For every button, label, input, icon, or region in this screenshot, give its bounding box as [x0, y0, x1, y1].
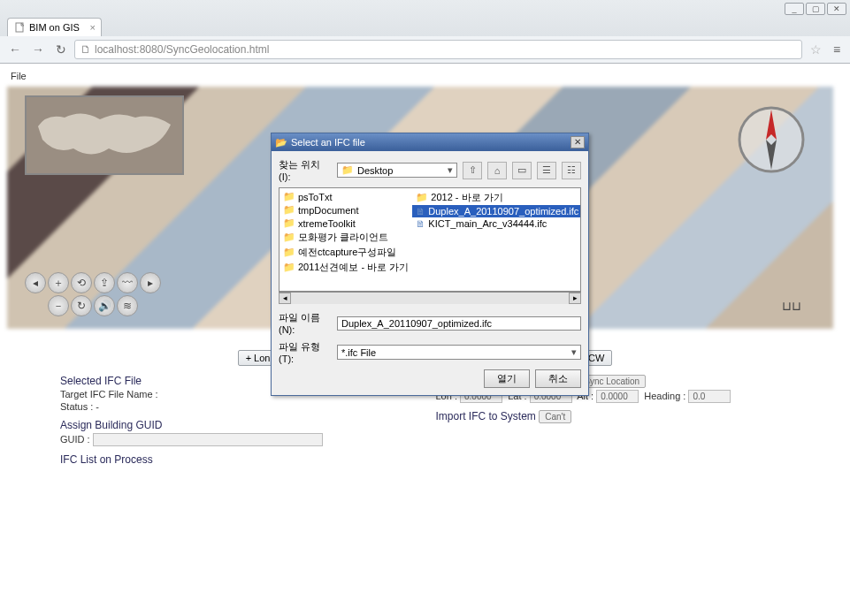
zoom-in-button[interactable]: ＋	[48, 272, 69, 293]
forward-button[interactable]: →	[28, 40, 48, 59]
file-list-scrollbar[interactable]: ◂ ▸	[279, 292, 581, 304]
chevron-down-icon: ▾	[448, 164, 453, 176]
filetype-value: *.ifc File	[341, 347, 376, 358]
folder-open-icon: 📂	[275, 137, 287, 148]
scroll-left-button[interactable]: ◂	[279, 293, 291, 304]
folder-icon: 📁	[283, 262, 295, 273]
world-map-icon	[29, 100, 180, 171]
detail-view-button[interactable]: ☷	[562, 162, 581, 179]
folder-icon: 📁	[416, 192, 428, 203]
file-item[interactable]: 🗎Duplex_A_20110907_optimized.ifc	[412, 205, 581, 217]
sound-button[interactable]: 🔊	[94, 295, 115, 316]
close-window-button[interactable]: ✕	[827, 3, 846, 15]
file-item[interactable]: 📁모화평가 클라이언트	[280, 230, 412, 245]
browser-tab[interactable]: BIM on GIS ×	[7, 18, 102, 36]
reset-button[interactable]: ⟲	[71, 272, 92, 293]
tab-title: BIM on GIS	[29, 22, 80, 33]
reload-button[interactable]: ↻	[51, 40, 71, 59]
up-button[interactable]: ⇧	[463, 162, 482, 179]
minimap[interactable]	[25, 95, 184, 175]
back-button[interactable]: ←	[5, 40, 25, 59]
target-label: Target IFC File Name :	[60, 389, 158, 399]
lookin-label: 찾는 위치(I):	[279, 158, 332, 182]
import-ifc-title: Import IFC to System Can't	[436, 410, 791, 423]
file-item[interactable]: 📁psToTxt	[280, 190, 412, 203]
status-label: Status :	[60, 401, 93, 412]
folder-icon: 📁	[283, 217, 295, 229]
filename-input[interactable]	[337, 316, 581, 331]
page-icon: 🗋	[80, 43, 91, 56]
bookmark-icon[interactable]: ☆	[806, 40, 825, 59]
folder-icon: 📁	[283, 232, 295, 243]
zoom-out-button[interactable]: －	[48, 295, 69, 316]
newfolder-button[interactable]: ▭	[512, 162, 532, 179]
file-item[interactable]: 📁2012 - 바로 가기	[412, 190, 581, 205]
home-button[interactable]: ⇪	[94, 272, 115, 293]
browser-chrome: _ ▢ ✕ BIM on GIS × ← → ↻ 🗋 localhost:808…	[0, 0, 850, 64]
list-view-button[interactable]: ☰	[537, 162, 556, 179]
lookin-select[interactable]: 📁 Desktop ▾	[337, 163, 457, 178]
file-menu[interactable]: File	[7, 69, 843, 83]
tilt-button[interactable]: 〰	[117, 272, 138, 293]
alt-input[interactable]	[596, 390, 639, 403]
status-value: -	[96, 401, 99, 412]
folder-icon: 📁	[283, 204, 295, 216]
folder-icon: 📁	[283, 191, 295, 202]
window-titlebar: _ ▢ ✕	[0, 0, 850, 18]
file-dialog: 📂 Select an IFC file ✕ 찾는 위치(I): 📁 Deskt…	[271, 133, 589, 396]
filename-label: 파일 이름(N):	[279, 311, 332, 335]
cancel-button[interactable]: 취소	[535, 369, 581, 388]
file-list[interactable]: 📁psToTxt📁tmpDocument📁xtremeToolkit📁모화평가 …	[279, 187, 581, 292]
filetype-label: 파일 유형(T):	[279, 340, 332, 364]
folder-icon: 📁	[341, 164, 354, 176]
dialog-title: Select an IFC file	[291, 137, 365, 148]
lookin-value: Desktop	[357, 165, 393, 176]
file-icon: 🗎	[416, 206, 425, 217]
assign-guid-title: Assign Building GUID	[60, 419, 415, 431]
filetype-select[interactable]: *.ifc File ▾	[337, 345, 581, 360]
compass[interactable]	[736, 104, 807, 175]
menu-icon[interactable]: ≡	[829, 40, 845, 59]
scroll-right-button[interactable]: ▸	[569, 293, 581, 304]
file-item[interactable]: 📁tmpDocument	[280, 203, 412, 217]
file-item[interactable]: 📁2011선견예보 - 바로 가기	[280, 260, 412, 275]
home-button[interactable]: ⌂	[487, 162, 507, 179]
dialog-titlebar[interactable]: 📂 Select an IFC file ✕	[272, 133, 588, 151]
guid-input[interactable]	[93, 433, 323, 446]
url-text: localhost:8080/SyncGeolocation.html	[95, 43, 269, 56]
guid-label: GUID :	[60, 434, 90, 445]
tab-bar: BIM on GIS ×	[0, 18, 850, 36]
file-item[interactable]: 📁예전ctcapture구성파일	[280, 245, 412, 260]
pan-left-button[interactable]: ◂	[25, 272, 46, 293]
tab-close-icon[interactable]: ×	[89, 22, 95, 33]
maximize-button[interactable]: ▢	[806, 3, 825, 15]
file-icon: 🗎	[416, 218, 425, 229]
page-icon	[15, 22, 26, 33]
open-button[interactable]: 열기	[484, 369, 530, 388]
url-field[interactable]: 🗋 localhost:8080/SyncGeolocation.html	[74, 40, 802, 59]
heading-label: Heading :	[644, 391, 685, 401]
heading-input[interactable]	[688, 390, 731, 403]
ifc-list-title: IFC List on Process	[60, 453, 415, 466]
minimize-button[interactable]: _	[785, 3, 804, 15]
layers-button[interactable]: ≋	[117, 295, 138, 316]
file-item[interactable]: 🗎KICT_main_Arc_v34444.ifc	[412, 217, 581, 230]
address-bar: ← → ↻ 🗋 localhost:8080/SyncGeolocation.h…	[0, 36, 850, 63]
folder-icon: 📁	[283, 247, 295, 258]
rotate-button[interactable]: ↻	[71, 295, 92, 316]
import-button[interactable]: Can't	[539, 410, 571, 423]
pan-right-button[interactable]: ▸	[140, 272, 161, 293]
file-item[interactable]: 📁xtremeToolkit	[280, 217, 412, 230]
scale-icon: ⊔⊔	[782, 299, 801, 313]
chevron-down-icon: ▾	[571, 346, 577, 358]
nav-controls: ◂ ＋ ⟲ ⇪ 〰 － ↻ 🔊 ≋ ▸	[25, 272, 161, 316]
dialog-close-button[interactable]: ✕	[570, 136, 585, 148]
